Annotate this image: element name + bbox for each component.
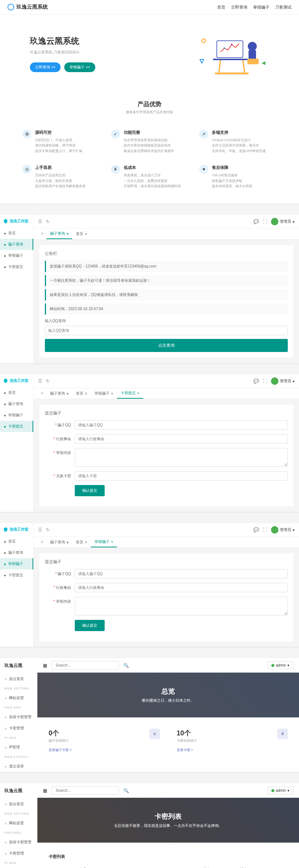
user-menu[interactable]: 管理员▾ (271, 377, 295, 385)
tab-home[interactable]: 首页× (72, 537, 91, 547)
sidebar-item[interactable]: ○卡密管理 (0, 848, 37, 859)
qq-input[interactable] (75, 420, 288, 430)
logo: 玖逸云黑系统 (7, 4, 48, 10)
feature-icon: ♥ (199, 165, 208, 174)
tab-home-icon[interactable]: ⌂ (38, 229, 46, 239)
sidebar-home[interactable]: ●首页 (0, 387, 33, 398)
sidebar-item[interactable]: ○网站设置 (0, 692, 37, 704)
feature-title: 源码可控 (35, 130, 82, 135)
sidebar-logo: 浩浩工作室 (0, 215, 33, 228)
sidebar-report[interactable]: ●举报骗子 (0, 558, 33, 569)
refresh-icon[interactable]: ↻ (46, 527, 50, 532)
submit-button[interactable]: 确认提交 (75, 485, 105, 496)
tab-card[interactable]: 卡密提交× (117, 388, 143, 399)
fullscreen-icon[interactable]: ⛶ (263, 527, 267, 532)
table-header: 操作 (237, 864, 288, 868)
menu-toggle-icon[interactable]: ☰ (38, 379, 42, 384)
label-km: * 兑换卡密 (45, 471, 71, 479)
label-content: * 举报内容 (45, 448, 71, 455)
sidebar-item[interactable]: ○添加卡密管理 (0, 711, 37, 723)
refresh-icon[interactable]: ↻ (46, 219, 50, 224)
feature-title: 上手容易 (35, 165, 86, 170)
feature-line: 7x8小时售后服务 (212, 173, 252, 178)
feature-item: ◎ 上手容易 完善的产品使用文档大篇章示例，助你开发更提供授权用户专属技术解答服… (22, 165, 100, 189)
qq-input[interactable] (75, 569, 288, 578)
sidebar: 浩浩工作室 ●首页 ●骗子查询 ●举报骗子 ●卡密提交 (0, 523, 34, 647)
query-button[interactable]: 立即查询 >> (30, 62, 61, 72)
sidebar-item[interactable]: ○添加卡密管理 (0, 837, 37, 848)
message-icon[interactable]: 💬 (253, 219, 259, 224)
user-menu[interactable]: 管理员▾ (271, 526, 295, 534)
stat-link[interactable]: 查看骗子卡密 > (49, 748, 160, 753)
user-menu[interactable]: admin▾ (267, 787, 293, 794)
sidebar-item[interactable]: ○卡密管理 (0, 723, 37, 734)
tab-home-icon[interactable]: ⌂ (38, 388, 46, 399)
hero: 玖逸云黑系统 玖逸云黑系统,刀客测试码演示 立即查询 >> 举报骗子 >> (0, 15, 299, 93)
stat-card: 0个 骗子添加统计 ≡ 查看骗子卡密 > (43, 723, 166, 758)
menu-icon[interactable]: ▦ (43, 663, 47, 668)
tab-query[interactable]: 骗子查询▾ (46, 388, 72, 399)
sidebar-query[interactable]: ●骗子查询 (0, 239, 33, 250)
menu-toggle-icon[interactable]: ☰ (38, 527, 42, 532)
feature-line: 大篇章示例，助你开发更 (35, 178, 86, 183)
close-icon[interactable]: × (85, 232, 87, 236)
search-input[interactable] (52, 786, 119, 795)
tab-query[interactable]: 骗子查询▾ (46, 537, 72, 547)
reason-input[interactable] (75, 583, 288, 592)
hero-subtitle: 玖逸云黑系统,刀客测试码演示 (30, 50, 105, 55)
nav-test[interactable]: 刀客测试 (275, 4, 292, 10)
content-textarea[interactable] (75, 448, 288, 467)
svg-rect-4 (215, 72, 249, 74)
sidebar-item[interactable]: ○退出登录 (0, 761, 37, 772)
user-menu[interactable]: 管理员▾ (271, 218, 295, 225)
stat-link[interactable]: 查看卡密 > (177, 748, 288, 753)
nav-query[interactable]: 立即查询 (231, 4, 247, 10)
sidebar-item[interactable]: ○网站设置 (0, 818, 37, 829)
content-textarea[interactable] (75, 597, 288, 615)
sidebar-report[interactable]: ●举报骗子 (0, 410, 33, 421)
sidebar-query[interactable]: ●骗子查询 (0, 547, 33, 558)
sidebar-item[interactable]: ○后台首页 (0, 799, 37, 810)
search-icon[interactable]: 🔍 (123, 663, 129, 668)
sidebar-card[interactable]: ●卡密提交 (0, 261, 33, 272)
km-input[interactable] (75, 471, 288, 481)
menu-toggle-icon[interactable]: ☰ (38, 219, 42, 224)
tab-home[interactable]: 首页× (72, 229, 91, 239)
sidebar-home[interactable]: ●首页 (0, 228, 33, 239)
sidebar-report[interactable]: ●举报骗子 (0, 250, 33, 261)
feature-title: 多端支持 (212, 130, 266, 135)
sidebar-card[interactable]: ●卡密提交 (0, 421, 33, 432)
sidebar-section: WEB LOGOUT (0, 753, 37, 761)
sidebar-query[interactable]: ●骗子查询 (0, 398, 33, 410)
report-button[interactable]: 举报骗子 >> (64, 62, 95, 72)
reason-input[interactable] (75, 434, 288, 444)
search-button[interactable]: 点击查询 (45, 339, 288, 352)
nav-home[interactable]: 首页 (217, 4, 225, 10)
fullscreen-icon[interactable]: ⛶ (263, 219, 267, 224)
sidebar-item[interactable]: ○后台首页 (0, 673, 37, 685)
nav-report[interactable]: 举报骗子 (253, 4, 269, 10)
search-icon[interactable]: 🔍 (123, 788, 129, 793)
submit-button[interactable]: 确认提交 (75, 620, 105, 631)
message-icon[interactable]: 💬 (253, 527, 259, 532)
user-menu[interactable]: admin▾ (267, 661, 293, 669)
message-icon[interactable]: 💬 (253, 379, 259, 384)
fullscreen-icon[interactable]: ⛶ (263, 379, 267, 384)
table-header: 状态 (200, 864, 237, 868)
sidebar-home[interactable]: ●首页 (0, 536, 33, 547)
feature-icon: ⚙ (22, 130, 31, 139)
logo: 玖逸云黑 (0, 658, 37, 673)
tab-home-icon[interactable]: ⌂ (38, 537, 46, 547)
qq-search-input[interactable] (45, 326, 288, 335)
tab-query[interactable]: 骗子查询▾ (46, 229, 72, 239)
refresh-icon[interactable]: ↻ (46, 379, 50, 384)
tab-home[interactable]: 首页× (72, 388, 91, 399)
tab-report[interactable]: 举报骗子× (91, 388, 117, 399)
tab-report[interactable]: 举报骗子× (91, 537, 117, 547)
sidebar-card[interactable]: ●卡密提交 (0, 569, 33, 581)
search-input[interactable] (52, 661, 119, 670)
feature-icon: ↗ (199, 130, 208, 139)
menu-icon[interactable]: ▦ (43, 788, 47, 793)
sidebar-item[interactable]: ○IP管理 (0, 742, 37, 753)
feature-icon: ¥ (111, 165, 120, 174)
